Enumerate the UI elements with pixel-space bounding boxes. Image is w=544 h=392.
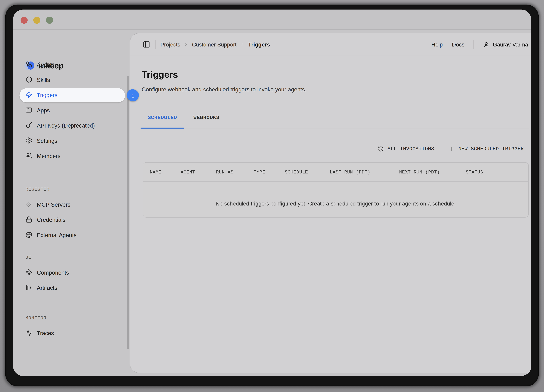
sidebar-item-label: Settings — [37, 138, 57, 144]
sidebar-section-ui: UI — [25, 254, 32, 261]
sidebar-item-label: Traces — [37, 330, 54, 337]
breadcrumb-customer-support[interactable]: Customer Support — [192, 41, 237, 48]
sidebar-item-artifacts[interactable]: Artifacts — [20, 281, 125, 296]
sidebar-section-register: REGISTER — [25, 186, 50, 193]
close-button[interactable] — [21, 17, 28, 24]
docs-link[interactable]: Docs — [452, 41, 464, 48]
sidebar-item-traces[interactable]: Traces — [20, 326, 125, 341]
activity-icon — [25, 329, 32, 338]
tab-scheduled[interactable]: SCHEDULED — [141, 114, 184, 129]
minimize-button[interactable] — [33, 17, 40, 24]
column-header-run-as: RUN AS — [216, 169, 233, 175]
sidebar-toggle-button[interactable] — [143, 41, 150, 48]
empty-state-message: No scheduled triggers configured yet. Cr… — [216, 200, 456, 207]
sidebar-scrollbar[interactable] — [127, 76, 129, 349]
annotation-step-badge: 1 — [127, 89, 139, 101]
sidebar-item-components[interactable]: Components — [20, 265, 125, 280]
plus-icon — [449, 146, 455, 152]
tab-webhooks[interactable]: WEBHOOKS — [189, 114, 224, 129]
component-icon — [25, 269, 32, 277]
user-icon — [483, 41, 490, 48]
header-divider — [155, 40, 156, 49]
breadcrumb-current: Triggers — [248, 41, 270, 48]
sidebar: inkeep Agents Skills Triggers Apps AP — [13, 30, 130, 376]
sidebar-item-label: External Agents — [37, 232, 77, 238]
sidebar-item-api-keys[interactable]: API Keys (Deprecated) — [20, 118, 125, 133]
sidebar-item-label: API Keys (Deprecated) — [37, 123, 95, 129]
sidebar-item-external-agents[interactable]: External Agents — [20, 228, 125, 243]
triggers-table: NAME AGENT RUN AS TYPE SCHEDULE LAST RUN… — [143, 162, 529, 218]
sidebar-item-label: Members — [37, 153, 60, 160]
screenshot-stage: inkeep Agents Skills Triggers Apps AP — [0, 0, 544, 392]
library-icon — [25, 284, 32, 292]
new-scheduled-trigger-label: NEW SCHEDULED TRIGGER — [458, 146, 524, 152]
titlebar — [13, 10, 531, 30]
chevron-right-icon — [240, 42, 245, 47]
sidebar-item-label: MCP Servers — [37, 202, 71, 208]
panel-header: Projects Customer Support Triggers Help … — [130, 33, 531, 56]
column-header-schedule: SCHEDULE — [285, 169, 308, 175]
page-subtitle: Configure webhook and scheduled triggers… — [142, 86, 307, 93]
sidebar-item-mcp-servers[interactable]: MCP Servers — [20, 197, 125, 212]
column-header-status: STATUS — [466, 169, 483, 175]
main-panel: Projects Customer Support Triggers Help … — [130, 33, 531, 373]
page-title: Triggers — [142, 69, 178, 80]
sidebar-item-label: Credentials — [37, 217, 65, 223]
sidebar-item-label: Components — [37, 270, 69, 276]
gear-icon — [25, 137, 32, 145]
all-invocations-button[interactable]: ALL INVOCATIONS — [378, 146, 434, 152]
sidebar-item-label: Triggers — [37, 92, 57, 99]
sidebar-item-skills[interactable]: Skills — [20, 73, 125, 88]
column-header-type: TYPE — [254, 169, 265, 175]
sidebar-item-credentials[interactable]: Credentials — [20, 213, 125, 227]
all-invocations-label: ALL INVOCATIONS — [387, 146, 434, 152]
column-header-last-run: LAST RUN (PDT) — [330, 169, 370, 175]
user-menu[interactable]: Gaurav Varma — [483, 41, 528, 48]
zoom-button[interactable] — [46, 17, 53, 24]
workflow-icon — [25, 61, 32, 69]
users-icon — [25, 152, 32, 160]
tab-bar: SCHEDULED WEBHOOKS — [142, 114, 529, 129]
new-scheduled-trigger-button[interactable]: NEW SCHEDULED TRIGGER — [449, 146, 524, 152]
key-icon — [25, 122, 32, 130]
chevron-right-icon — [184, 42, 189, 47]
column-header-next-run: NEXT RUN (PDT) — [399, 169, 440, 175]
column-header-name: NAME — [150, 169, 161, 175]
history-icon — [378, 146, 384, 152]
sidebar-item-members[interactable]: Members — [20, 149, 125, 164]
sidebar-item-label: Agents — [37, 62, 54, 68]
header-divider — [473, 40, 474, 49]
user-name: Gaurav Varma — [493, 41, 528, 48]
table-empty-state: No scheduled triggers configured yet. Cr… — [143, 182, 528, 218]
sidebar-item-apps[interactable]: Apps — [20, 103, 125, 118]
sidebar-item-label: Apps — [37, 107, 50, 114]
hexagon-icon — [25, 76, 32, 84]
sidebar-section-monitor: MONITOR — [25, 315, 47, 322]
sidebar-item-label: Skills — [37, 77, 50, 83]
globe-icon — [25, 231, 32, 239]
app-window: inkeep Agents Skills Triggers Apps AP — [13, 10, 531, 376]
app-window-icon — [25, 107, 32, 115]
project-switcher[interactable]: Customer Support default — [25, 375, 125, 376]
mcp-icon — [25, 201, 32, 209]
help-link[interactable]: Help — [431, 41, 443, 48]
breadcrumb: Projects Customer Support Triggers — [160, 41, 270, 48]
table-header-row: NAME AGENT RUN AS TYPE SCHEDULE LAST RUN… — [143, 163, 528, 182]
sidebar-item-triggers[interactable]: Triggers — [20, 88, 125, 102]
sidebar-item-label: Artifacts — [37, 285, 57, 291]
project-name: Customer Support — [25, 375, 125, 376]
zap-icon — [25, 91, 32, 100]
sidebar-item-agents[interactable]: Agents — [20, 57, 125, 72]
column-header-agent: AGENT — [181, 169, 195, 175]
breadcrumb-projects[interactable]: Projects — [160, 41, 180, 48]
lock-icon — [25, 216, 32, 224]
actions-row: ALL INVOCATIONS NEW SCHEDULED TRIGGER — [378, 142, 524, 156]
sidebar-item-settings[interactable]: Settings — [20, 134, 125, 148]
